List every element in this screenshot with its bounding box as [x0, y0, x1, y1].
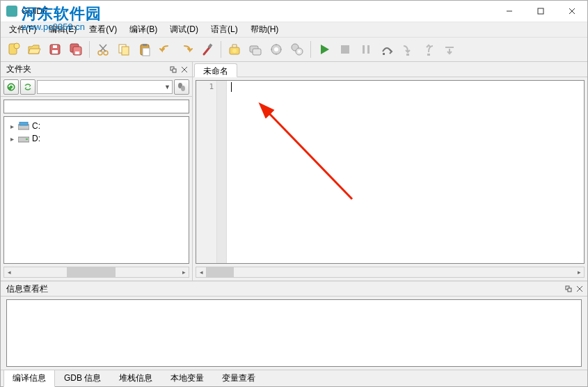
panel-close-icon[interactable] [180, 65, 189, 74]
svg-rect-50 [26, 139, 28, 140]
compile-button[interactable] [225, 40, 244, 59]
refresh-button[interactable] [3, 79, 19, 95]
drive-label: C: [32, 121, 40, 131]
scroll-left-icon[interactable]: ◂ [196, 267, 206, 277]
menu-view[interactable]: 查看(V) [84, 22, 122, 37]
paste-button[interactable] [135, 40, 154, 59]
info-panel-title: 信息查看栏 [3, 283, 48, 295]
tab-compile-info[interactable]: 编译信息 [3, 370, 55, 387]
scroll-right-icon[interactable]: ▸ [574, 267, 584, 277]
drive-icon [18, 134, 29, 143]
path-combo[interactable]: ▼ [37, 80, 173, 94]
minimize-button[interactable] [493, 1, 525, 21]
svg-rect-7 [52, 50, 58, 54]
svg-rect-20 [143, 48, 150, 56]
drive-label: D: [32, 134, 40, 143]
scrollbar-thumb[interactable] [206, 267, 234, 277]
step-into-button[interactable] [398, 40, 418, 59]
undock-icon[interactable] [564, 284, 573, 294]
open-file-button[interactable] [24, 40, 44, 59]
save-all-button[interactable] [66, 40, 86, 59]
folder-panel-title: 文件夹 [3, 63, 31, 75]
cut-button[interactable] [93, 40, 113, 59]
info-panel: 信息查看栏 编译信息 GDB 信息 堆栈信息 本地变量 变量查看 [1, 281, 587, 386]
fold-gutter [217, 81, 227, 263]
folder-tree[interactable]: ▸ C: ▸ D: [3, 116, 189, 264]
tab-var-watch[interactable]: 变量查看 [213, 370, 264, 387]
step-line-button[interactable] [440, 40, 459, 59]
copy-button[interactable] [114, 40, 134, 59]
info-content[interactable] [6, 299, 582, 367]
drive-icon [18, 122, 29, 130]
build-all-button[interactable] [287, 40, 307, 59]
menu-edit[interactable]: 编辑(E) [43, 22, 82, 37]
expand-icon[interactable]: ▸ [8, 135, 15, 143]
toolbar [1, 37, 587, 62]
scrollbar-thumb[interactable] [67, 267, 116, 277]
svg-rect-34 [367, 45, 370, 54]
menubar: 文件(F) 编辑(E) 查看(V) 编译(B) 调试(D) 语言(L) 帮助(H… [1, 22, 587, 37]
filter-button[interactable] [174, 79, 189, 95]
step-out-button[interactable] [419, 40, 438, 59]
sync-button[interactable] [20, 79, 35, 95]
tab-gdb-info[interactable]: GDB 信息 [55, 370, 110, 387]
folder-path-input[interactable] [3, 100, 189, 113]
svg-rect-26 [253, 49, 261, 55]
app-icon [6, 6, 17, 17]
new-file-button[interactable] [3, 40, 23, 59]
svg-point-5 [14, 43, 19, 49]
annotation-arrow-icon [255, 102, 366, 213]
svg-rect-19 [143, 44, 147, 46]
tree-item-drive-c[interactable]: ▸ C: [7, 120, 186, 132]
window-controls [493, 1, 587, 21]
panel-close-icon[interactable] [575, 284, 585, 294]
undock-icon[interactable] [168, 65, 178, 74]
svg-rect-48 [19, 122, 28, 125]
info-tab-bar: 编译信息 GDB 信息 堆栈信息 本地变量 变量查看 [1, 370, 587, 386]
toolbar-separator [310, 41, 311, 58]
svg-rect-8 [53, 45, 57, 48]
folder-panel: 文件夹 ▼ ▸ C: ▸ [1, 62, 193, 281]
editor-tab-bar: 未命名 [193, 62, 587, 77]
stop-button[interactable] [335, 40, 355, 59]
tree-item-drive-d[interactable]: ▸ D: [7, 132, 186, 145]
toolbar-separator [221, 41, 221, 58]
maximize-button[interactable] [525, 1, 556, 21]
folder-panel-header: 文件夹 [1, 62, 192, 77]
caret [231, 82, 232, 92]
svg-rect-36 [406, 54, 409, 56]
step-over-button[interactable] [377, 40, 397, 59]
undo-button[interactable] [156, 40, 175, 59]
editor-area[interactable]: 1 [196, 80, 585, 264]
settings-button[interactable] [198, 40, 217, 59]
scroll-right-icon[interactable]: ▸ [179, 267, 189, 277]
compile-all-button[interactable] [246, 40, 265, 59]
menu-debug[interactable]: 调试(D) [164, 22, 204, 37]
editor-tab[interactable]: 未命名 [194, 63, 237, 77]
scroll-left-icon[interactable]: ◂ [4, 267, 14, 277]
build-button[interactable] [267, 40, 286, 59]
tab-stack-info[interactable]: 堆栈信息 [110, 370, 161, 387]
main-area: 文件夹 ▼ ▸ C: ▸ [1, 62, 587, 281]
titlebar: GUIDE [1, 1, 587, 22]
expand-icon[interactable]: ▸ [8, 123, 15, 130]
svg-rect-35 [383, 53, 385, 55]
save-button[interactable] [45, 40, 65, 59]
tab-local-var[interactable]: 本地变量 [161, 370, 213, 387]
svg-rect-37 [427, 54, 430, 56]
code-area[interactable] [227, 81, 584, 263]
menu-compile[interactable]: 编译(B) [124, 22, 163, 37]
close-button[interactable] [556, 1, 587, 21]
folder-hscrollbar[interactable]: ◂ ▸ [3, 267, 189, 278]
menu-file[interactable]: 文件(F) [3, 22, 42, 37]
menu-language[interactable]: 语言(L) [205, 22, 244, 37]
menu-help[interactable]: 帮助(H) [245, 22, 285, 37]
svg-rect-53 [568, 288, 571, 292]
run-button[interactable] [315, 40, 334, 59]
editor-hscrollbar[interactable]: ◂ ▸ [196, 267, 585, 278]
line-gutter: 1 [196, 81, 217, 263]
svg-rect-1 [538, 8, 543, 14]
pause-button[interactable] [356, 40, 376, 59]
svg-rect-17 [122, 47, 129, 55]
redo-button[interactable] [177, 40, 196, 59]
